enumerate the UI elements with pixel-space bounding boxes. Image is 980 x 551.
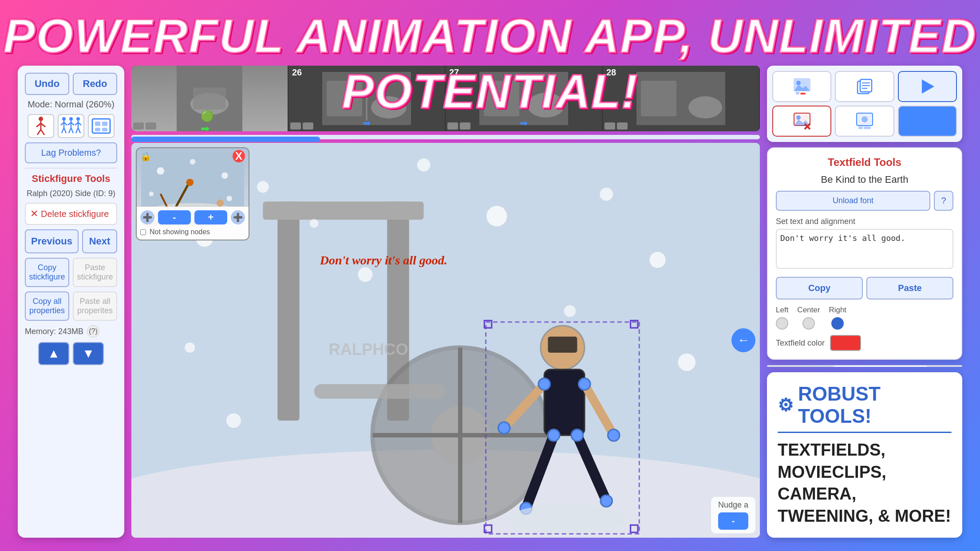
robust-description: TEXTFIELDS, MOVIECLIPS, CAMERA, TWEENING… [778,439,952,527]
svg-rect-66 [548,337,577,353]
stickfigure-subtitle: Ralph (2020) Side (ID: 9) [25,189,117,198]
color-swatch[interactable] [830,335,861,351]
svg-point-54 [358,267,372,282]
svg-point-98 [186,179,194,186]
copy-paste-sf-row: Copy stickfigure Paste stickfigure [25,258,117,287]
pan-left-btn[interactable]: ➕ [140,210,154,224]
svg-rect-28 [102,128,107,131]
textfield-panel: Textfield Tools Be Kind to the Earth Unl… [767,147,962,360]
nudge-area: Nudge a - [711,497,755,533]
set-text-label: Set text and alignment [776,217,953,226]
svg-line-23 [78,128,80,133]
align-right-group: Right [829,306,846,330]
svg-rect-51 [314,384,446,399]
color-label: Textfield color [776,338,825,348]
zoom-plus-button[interactable]: + [194,210,227,224]
svg-point-74 [579,378,590,390]
copy-all-row: Copy all properties Paste all properites [25,291,117,321]
lock-icon: 🔒 [140,151,151,161]
memory-help-button[interactable]: (?) [87,325,99,338]
not-showing-nodes-checkbox[interactable] [140,229,146,235]
move-up-button[interactable]: ▲ [38,342,69,365]
frame27-arrow: ➡ [515,118,533,129]
svg-point-92 [226,196,232,201]
svg-point-89 [190,159,195,164]
delete-icon: ✕ [30,208,38,220]
svg-rect-26 [102,122,107,126]
scene-canvas: RALPHCO [131,143,760,538]
align-center-button[interactable] [802,317,815,330]
svg-rect-44 [277,201,299,421]
svg-rect-46 [263,201,423,220]
textfield-tools-title: Textfield Tools [776,156,953,169]
svg-point-75 [608,429,620,441]
alignment-section: Left Center Right [776,306,953,330]
previous-button[interactable]: Previous [25,229,79,253]
svg-point-99 [217,199,224,207]
svg-point-61 [678,354,696,371]
prev-next-row: Previous Next [25,229,117,253]
align-right-label: Right [829,306,846,315]
copy-all-properties-button[interactable]: Copy all properties [25,291,69,321]
preview-text-bubble: Don't worry it's all good. [834,366,927,367]
lag-problems-button[interactable]: Lag Problems? [25,142,117,163]
svg-point-62 [417,158,431,172]
copy-stickfigure-button[interactable]: Copy stickfigure [25,258,69,287]
up-arrow-icon: ▲ [47,346,60,361]
svg-rect-24 [92,119,110,133]
main-container: Undo Redo Mode: Normal (260%) [18,66,962,538]
svg-rect-124 [864,126,871,129]
svg-rect-25 [95,122,100,126]
textfield-help-button[interactable]: ? [934,191,953,211]
delete-stickfigure-button[interactable]: ✕ Delete stickfigure [25,203,117,225]
svg-point-72 [498,422,510,433]
paste-all-properties-button[interactable]: Paste all properites [73,291,117,321]
mini-preview-close-button[interactable]: X [233,150,245,162]
canvas-area[interactable]: RALPHCO [131,143,760,538]
svg-point-57 [649,252,665,268]
textfield-name: Be Kind to the Earth [776,174,953,185]
copy-text-button[interactable]: Copy [776,277,863,299]
svg-point-53 [257,181,269,193]
center-main: 🟢➡ 26 ➡ [131,66,760,538]
svg-text:RALPHCO: RALPHCO [329,340,408,358]
copy-paste-tf-row: Copy Paste [776,277,953,299]
next-button[interactable]: Next [82,229,117,253]
paste-text-button[interactable]: Paste [866,277,953,299]
divider [25,168,117,169]
down-arrow-icon: ▼ [82,346,95,361]
svg-line-22 [76,128,78,133]
svg-point-80 [508,504,624,534]
align-right-button[interactable] [831,317,844,330]
svg-point-55 [486,206,507,226]
align-center-group: Center [797,306,820,330]
svg-point-76 [548,429,560,441]
svg-rect-123 [858,126,863,129]
left-sidebar: Undo Redo Mode: Normal (260%) [18,66,124,538]
svg-line-4 [37,130,41,135]
filmstrip-scroll[interactable] [131,135,760,139]
svg-point-79 [601,495,612,507]
paste-stickfigure-button[interactable]: Paste stickfigure [73,258,117,287]
align-left-label: Left [776,306,788,315]
align-left-button[interactable] [776,317,788,330]
svg-point-59 [564,305,576,317]
svg-point-91 [149,192,154,196]
unload-font-button[interactable]: Unload font [776,191,930,211]
nudge-label: Nudge a [718,500,748,509]
filmstrip-scroll-thumb [131,137,320,142]
align-left-group: Left [776,306,788,330]
navigate-left-button[interactable]: ← [731,328,755,352]
not-showing-nodes-row: Not showing nodes [140,228,245,236]
nudge-minus-button[interactable]: - [718,512,748,530]
zoom-minus-button[interactable]: - [158,210,191,224]
align-center-label: Center [797,306,820,315]
svg-line-16 [69,128,71,133]
text-content-input[interactable] [776,229,953,269]
unload-row: Unload font ? [776,191,953,211]
pan-right-btn[interactable]: ➕ [231,210,245,224]
move-down-button[interactable]: ▼ [73,342,104,365]
memory-text: Memory: 243MB [25,327,83,336]
color-row: Textfield color [776,335,953,351]
mini-preview-panel: X 🔒 [136,147,249,240]
